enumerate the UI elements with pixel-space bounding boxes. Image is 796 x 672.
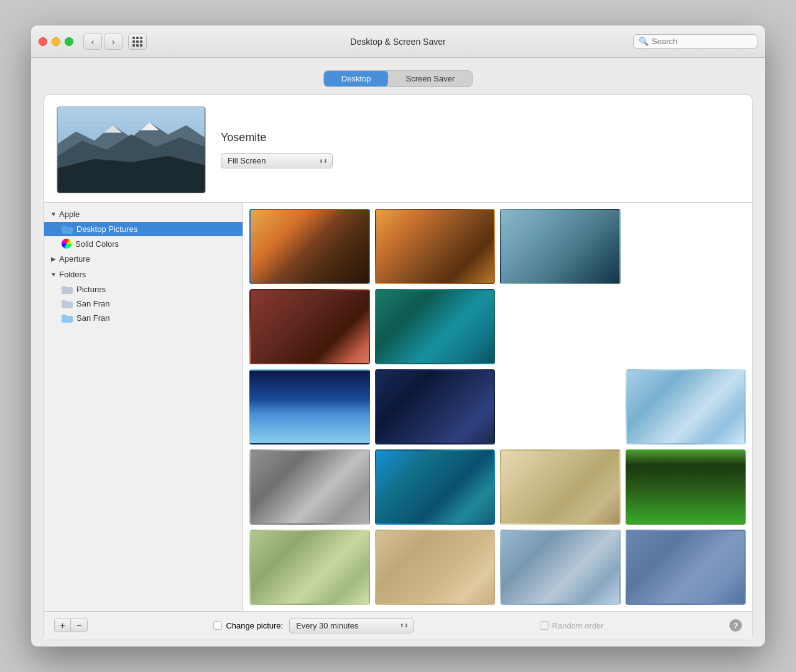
sidebar-item-san-fran-2[interactable]: San Fran xyxy=(44,311,243,325)
sidebar-pictures-label: Pictures xyxy=(76,285,106,294)
sidebar-group-aperture[interactable]: Aperture xyxy=(44,251,243,267)
solid-colors-icon xyxy=(62,239,72,249)
list-item[interactable] xyxy=(500,289,621,364)
change-picture-label: Change picture: xyxy=(226,621,283,630)
interval-select[interactable]: Every 5 seconds Every 1 minute Every 5 m… xyxy=(289,618,414,633)
preview-info: Yosemite Fill Screen Stretch to Fill Scr… xyxy=(221,131,333,168)
preview-image xyxy=(57,107,205,193)
pictures-folder-icon xyxy=(62,285,73,294)
preview-name: Yosemite xyxy=(221,131,333,144)
random-order-checkbox[interactable] xyxy=(540,621,548,630)
add-button[interactable]: + xyxy=(55,619,71,632)
image-grid xyxy=(249,209,746,605)
traffic-lights xyxy=(39,37,73,46)
list-item[interactable] xyxy=(626,449,746,525)
fill-select[interactable]: Fill Screen Stretch to Fill Screen Fit t… xyxy=(221,153,333,168)
san-fran-2-folder-icon xyxy=(62,314,73,323)
grid-icon xyxy=(132,37,142,47)
change-picture-wrap: Change picture: xyxy=(213,621,283,630)
sidebar-desktop-pictures-label: Desktop Pictures xyxy=(76,224,137,234)
list-item[interactable] xyxy=(500,369,621,444)
add-remove-group: + − xyxy=(54,619,88,632)
list-item[interactable] xyxy=(500,209,621,284)
sidebar: Apple Desktop Pictures Solid Colors Aper… xyxy=(44,203,243,611)
search-input[interactable] xyxy=(652,37,745,46)
random-order-label: Random order xyxy=(552,621,604,630)
sidebar-solid-colors-label: Solid Colors xyxy=(75,239,119,249)
preview-section: Yosemite Fill Screen Stretch to Fill Scr… xyxy=(44,95,752,202)
tab-desktop[interactable]: Desktop xyxy=(324,71,389,86)
list-item[interactable] xyxy=(626,289,746,364)
grid-view-button[interactable] xyxy=(128,34,147,50)
list-item[interactable] xyxy=(626,369,746,444)
list-item[interactable] xyxy=(626,530,746,605)
tab-switcher: Desktop Screen Saver xyxy=(44,70,752,87)
content-area: Desktop Screen Saver xyxy=(31,58,765,647)
sidebar-apple-label: Apple xyxy=(59,209,80,219)
list-item[interactable] xyxy=(375,289,496,364)
change-picture-checkbox[interactable] xyxy=(213,621,222,630)
list-item[interactable] xyxy=(249,369,370,444)
list-item[interactable] xyxy=(626,209,746,284)
sidebar-group-folders[interactable]: Folders xyxy=(44,267,243,282)
list-item[interactable] xyxy=(375,209,496,284)
sidebar-item-pictures[interactable]: Pictures xyxy=(44,282,243,297)
sidebar-item-solid-colors[interactable]: Solid Colors xyxy=(44,236,243,251)
sidebar-san-fran-1-label: San Fran xyxy=(76,299,109,308)
sidebar-item-desktop-pictures[interactable]: Desktop Pictures xyxy=(44,222,243,236)
minimize-button[interactable] xyxy=(52,37,60,46)
list-item[interactable] xyxy=(249,209,370,284)
aperture-triangle-icon xyxy=(50,256,57,262)
desktop-pictures-folder-icon xyxy=(62,225,73,234)
sidebar-folders-label: Folders xyxy=(59,270,86,279)
forward-button[interactable]: › xyxy=(104,34,123,50)
nav-buttons: ‹ › xyxy=(83,34,147,50)
interval-select-wrap: Every 5 seconds Every 1 minute Every 5 m… xyxy=(289,618,414,633)
close-button[interactable] xyxy=(39,37,47,46)
preview-svg xyxy=(57,107,205,193)
remove-button[interactable]: − xyxy=(71,619,87,632)
apple-triangle-icon xyxy=(50,211,57,218)
back-button[interactable]: ‹ xyxy=(83,34,102,50)
sidebar-grid: Apple Desktop Pictures Solid Colors Aper… xyxy=(44,202,752,611)
help-button[interactable]: ? xyxy=(729,619,742,632)
preview-thumbnail xyxy=(57,106,206,193)
folders-triangle-icon xyxy=(50,272,57,278)
bottom-bar: + − Change picture: Every 5 seconds Ever… xyxy=(44,611,752,640)
list-item[interactable] xyxy=(249,289,370,364)
maximize-button[interactable] xyxy=(65,37,73,46)
search-box[interactable]: 🔍 xyxy=(633,34,757,48)
list-item[interactable] xyxy=(249,530,370,605)
random-order-wrap: Random order xyxy=(540,621,604,630)
image-grid-area xyxy=(243,203,752,611)
sidebar-item-san-fran-1[interactable]: San Fran xyxy=(44,297,243,311)
main-window: ‹ › Desktop & Screen Saver 🔍 Desktop Scr… xyxy=(31,25,765,647)
titlebar: ‹ › Desktop & Screen Saver 🔍 xyxy=(31,25,765,58)
tab-group: Desktop Screen Saver xyxy=(323,70,473,87)
main-panel: Yosemite Fill Screen Stretch to Fill Scr… xyxy=(44,94,752,640)
sidebar-aperture-label: Aperture xyxy=(59,254,90,264)
list-item[interactable] xyxy=(375,449,496,525)
tab-screensaver[interactable]: Screen Saver xyxy=(388,71,472,86)
window-title: Desktop & Screen Saver xyxy=(350,37,445,47)
list-item[interactable] xyxy=(500,530,621,605)
list-item[interactable] xyxy=(375,369,496,444)
search-icon: 🔍 xyxy=(639,37,649,46)
fill-select-wrap: Fill Screen Stretch to Fill Screen Fit t… xyxy=(221,153,333,168)
sidebar-group-apple[interactable]: Apple xyxy=(44,206,243,222)
list-item[interactable] xyxy=(249,449,370,525)
list-item[interactable] xyxy=(375,530,496,605)
sidebar-san-fran-2-label: San Fran xyxy=(76,313,109,323)
san-fran-1-folder-icon xyxy=(62,300,73,308)
list-item[interactable] xyxy=(500,449,621,525)
